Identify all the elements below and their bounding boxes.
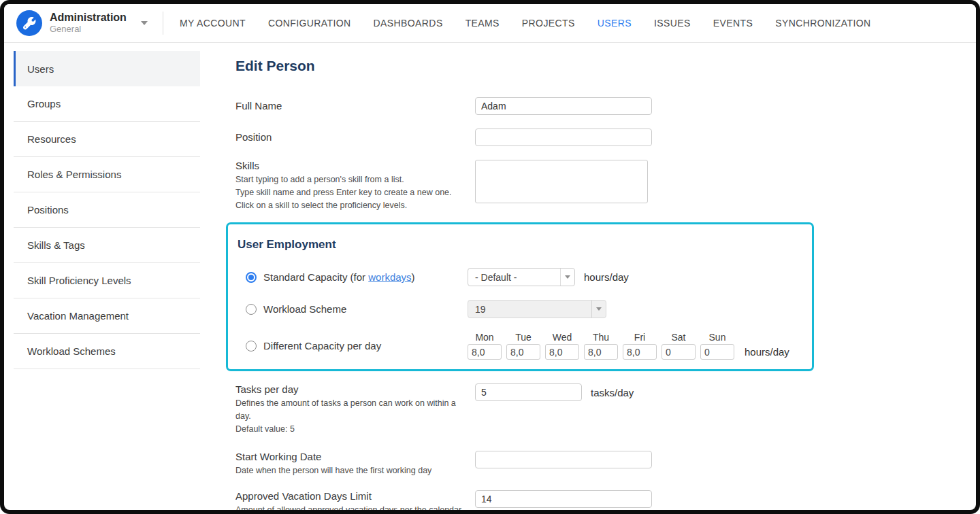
sidebar-item-positions[interactable]: Positions [14, 192, 200, 228]
capacity-input-tue[interactable] [506, 344, 540, 360]
tasks-per-day-unit: tasks/day [591, 387, 634, 398]
tasks-per-day-label: Tasks per day [235, 383, 475, 395]
sidebar-item-vacation-management[interactable]: Vacation Management [14, 298, 200, 334]
full-name-label: Full Name [235, 97, 475, 112]
workload-scheme-selected-value: 19 [468, 301, 591, 318]
capacity-input-fri[interactable] [623, 344, 657, 360]
different-capacity-unit: hours/day [745, 346, 789, 360]
workload-scheme-label: Workload Scheme [263, 303, 346, 315]
sidebar-item-skills-tags[interactable]: Skills & Tags [14, 228, 200, 263]
standard-capacity-selected-value: - Default - [468, 269, 560, 286]
tasks-per-day-help-1: Defines the amount of tasks a person can… [235, 397, 470, 423]
different-capacity-option[interactable]: Different Capacity per day [238, 340, 468, 352]
main-nav: MY ACCOUNT CONFIGURATION DASHBOARDS TEAM… [163, 18, 871, 29]
capacity-input-thu[interactable] [584, 344, 618, 360]
page-title: Edit Person [235, 58, 976, 74]
standard-capacity-label: Standard Capacity (for workdays) [263, 271, 415, 283]
day-label-tue: Tue [515, 332, 532, 343]
standard-capacity-option[interactable]: Standard Capacity (for workdays) [238, 271, 468, 283]
workload-scheme-select[interactable]: 19 [468, 300, 606, 318]
sidebar-item-groups[interactable]: Groups [14, 86, 200, 122]
skills-input[interactable] [475, 160, 648, 203]
app-window: Administration General MY ACCOUNT CONFIG… [0, 0, 980, 514]
per-day-capacity-fields: Mon Tue Wed Thu [468, 332, 812, 360]
workdays-link[interactable]: workdays [368, 271, 411, 283]
nav-my-account[interactable]: MY ACCOUNT [180, 18, 246, 29]
workspace-switcher[interactable]: Administration General [4, 10, 160, 36]
nav-projects[interactable]: PROJECTS [522, 18, 575, 29]
capacity-input-mon[interactable] [468, 344, 502, 360]
app-subtitle: General [50, 24, 127, 35]
day-label-fri: Fri [634, 332, 645, 343]
radio-different-capacity[interactable] [246, 341, 257, 352]
skills-help-3: Click on a skill to select the proficien… [235, 199, 470, 212]
sidebar-item-skill-proficiency-levels[interactable]: Skill Proficiency Levels [14, 263, 200, 298]
nav-users[interactable]: USERS [598, 18, 632, 29]
top-navigation-bar: Administration General MY ACCOUNT CONFIG… [4, 4, 976, 43]
nav-dashboards[interactable]: DASHBOARDS [374, 18, 443, 29]
chevron-down-icon[interactable] [591, 301, 606, 318]
skills-help-1: Start typing to add a person's skill fro… [235, 173, 470, 186]
vacation-limit-input[interactable] [475, 490, 652, 508]
skills-help-2: Type skill name and press Enter key to c… [235, 186, 470, 199]
sidebar-item-users[interactable]: Users [14, 51, 200, 86]
day-label-wed: Wed [553, 332, 572, 343]
sidebar-item-roles-permissions[interactable]: Roles & Permissions [14, 157, 200, 192]
app-title: Administration [50, 12, 127, 24]
position-input[interactable] [475, 128, 652, 146]
chevron-down-icon [141, 21, 148, 25]
day-label-mon: Mon [475, 332, 493, 343]
admin-sidebar: Users Groups Resources Roles & Permissio… [4, 43, 200, 510]
start-working-date-label: Start Working Date [235, 451, 475, 462]
sidebar-item-workload-schemes[interactable]: Workload Schemes [14, 334, 200, 369]
workload-scheme-option[interactable]: Workload Scheme [238, 303, 468, 315]
chevron-down-icon[interactable] [560, 269, 574, 286]
user-employment-section: User Employment Standard Capacity (for w… [226, 222, 814, 371]
capacity-input-sun[interactable] [700, 344, 734, 360]
nav-events[interactable]: EVENTS [713, 18, 753, 29]
vacation-limit-label: Approved Vacation Days Limit [235, 490, 475, 502]
tasks-per-day-input[interactable] [475, 383, 582, 401]
day-label-sun: Sun [709, 332, 726, 343]
skills-label: Skills [235, 160, 475, 171]
edit-person-form: Edit Person Full Name Position Skills St… [200, 43, 976, 510]
full-name-input[interactable] [475, 97, 652, 115]
radio-standard-capacity[interactable] [246, 272, 257, 283]
standard-capacity-unit: hours/day [584, 271, 629, 283]
position-label: Position [235, 128, 475, 143]
start-working-date-input[interactable] [475, 451, 652, 468]
day-label-thu: Thu [593, 332, 609, 343]
nav-configuration[interactable]: CONFIGURATION [268, 18, 351, 29]
day-label-sat: Sat [671, 332, 685, 343]
radio-workload-scheme[interactable] [246, 304, 257, 315]
capacity-input-sat[interactable] [662, 344, 696, 360]
sidebar-item-resources[interactable]: Resources [14, 122, 200, 157]
standard-capacity-select[interactable]: - Default - [468, 268, 575, 286]
capacity-input-wed[interactable] [545, 344, 579, 360]
vacation-limit-help: Amount of allowed approved vacation days… [235, 504, 470, 510]
nav-synchronization[interactable]: SYNCHRONIZATION [775, 18, 870, 29]
user-employment-title: User Employment [238, 238, 812, 252]
different-capacity-label: Different Capacity per day [263, 340, 381, 352]
nav-teams[interactable]: TEAMS [466, 18, 500, 29]
tasks-per-day-help-2: Default value: 5 [235, 423, 470, 436]
nav-issues[interactable]: ISSUES [654, 18, 691, 29]
wrench-icon [16, 10, 42, 36]
start-working-date-help: Date when the person will have the first… [235, 464, 470, 477]
